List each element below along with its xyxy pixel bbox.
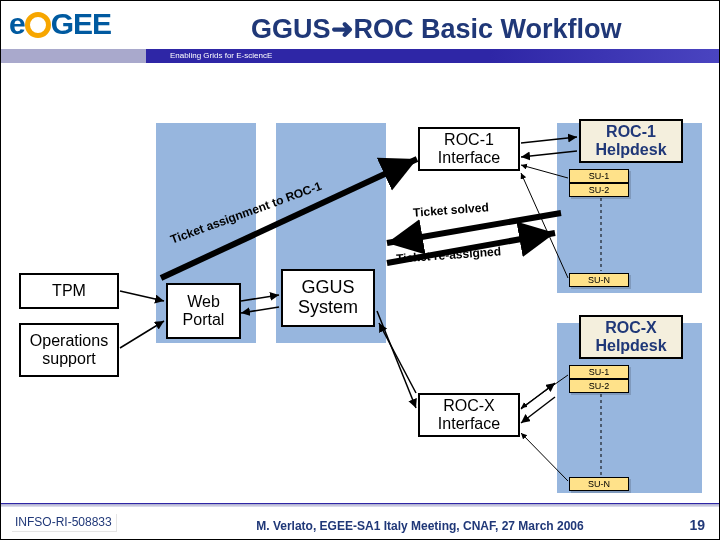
rocx-su-1: SU-1 (569, 365, 629, 379)
footer: INFSO-RI-508833 M. Verlato, EGEE-SA1 Ita… (1, 503, 719, 539)
subtitle-bar: Enabling Grids for E-sciencE (146, 49, 719, 63)
tpm-box: TPM (19, 273, 119, 309)
egee-logo: eGEE (9, 7, 129, 47)
roc1-su-2: SU-2 (569, 183, 629, 197)
ggus-label-2: System (298, 298, 358, 318)
rocx-help-label-2: Helpdesk (595, 337, 666, 355)
tpm-label: TPM (52, 282, 86, 300)
subtitle-block (1, 49, 146, 63)
diagram-canvas: TPM Operations support Web Portal GGUS S… (1, 63, 719, 503)
roc1-interface-box: ROC-1 Interface (418, 127, 520, 171)
rocx-help-label-1: ROC-X (605, 319, 657, 337)
ops-label-2: support (42, 350, 95, 368)
web-portal-label-2: Portal (183, 311, 225, 329)
footer-caption: M. Verlato, EGEE-SA1 Italy Meeting, CNAF… (1, 519, 719, 533)
logo-ring-icon (25, 12, 51, 38)
roc1-help-label-1: ROC-1 (606, 123, 656, 141)
arrow-right-icon: ➜ (331, 14, 354, 44)
rocx-int-label-2: Interface (438, 415, 500, 433)
logo-text-left: e (9, 7, 25, 40)
flow-reassign-label: Ticket re-assigned (396, 244, 502, 265)
header: eGEE GGUS➜ROC Basic Workflow Enabling Gr… (1, 1, 719, 63)
page-number: 19 (689, 517, 705, 533)
roc1-int-label-1: ROC-1 (444, 131, 494, 149)
roc1-int-label-2: Interface (438, 149, 500, 167)
flow-solved-label: Ticket solved (413, 200, 490, 219)
logo-text-right: GEE (51, 7, 111, 40)
svg-line-7 (521, 383, 555, 409)
rocx-su-n: SU-N (569, 477, 629, 491)
ggus-label-1: GGUS (301, 278, 354, 298)
ops-support-box: Operations support (19, 323, 119, 377)
roc1-su-n: SU-N (569, 273, 629, 287)
roc1-su-1: SU-1 (569, 169, 629, 183)
rocx-int-label-1: ROC-X (443, 397, 495, 415)
rocx-su-2: SU-2 (569, 379, 629, 393)
footer-divider (1, 503, 719, 507)
svg-line-8 (521, 397, 555, 423)
web-portal-box: Web Portal (166, 283, 241, 339)
title-left: GGUS (251, 14, 331, 44)
web-portal-label-1: Web (187, 293, 220, 311)
rocx-interface-box: ROC-X Interface (418, 393, 520, 437)
page-title: GGUS➜ROC Basic Workflow (251, 13, 622, 45)
roc1-helpdesk-box: ROC-1 Helpdesk (579, 119, 683, 163)
roc1-help-label-2: Helpdesk (595, 141, 666, 159)
title-right: ROC Basic Workflow (354, 14, 622, 44)
rocx-helpdesk-box: ROC-X Helpdesk (579, 315, 683, 359)
ops-label-1: Operations (30, 332, 108, 350)
ggus-system-box: GGUS System (281, 269, 375, 327)
